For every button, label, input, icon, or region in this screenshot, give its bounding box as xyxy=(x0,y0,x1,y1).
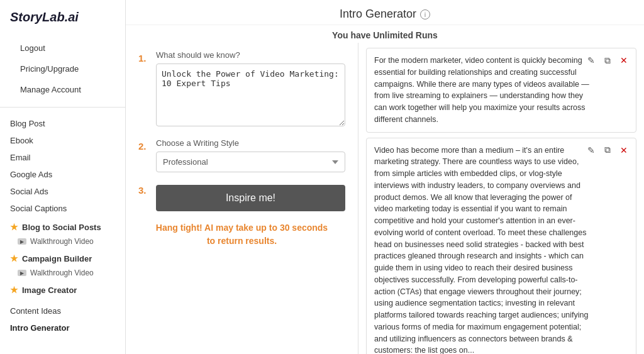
blog-post-link[interactable]: Blog Post xyxy=(0,115,125,132)
star-icon-campaign: ★ xyxy=(10,253,18,263)
card-copy-button-1[interactable]: ⧉ xyxy=(601,53,614,67)
writing-style-select[interactable]: ProfessionalCasualFormalCreativePersuasi… xyxy=(156,152,345,172)
result-text-2: Video has become more than a medium – it… xyxy=(374,146,588,355)
step1-label: What should we know? xyxy=(156,50,345,60)
step2-content: Choose a Writing Style ProfessionalCasua… xyxy=(156,138,345,172)
video-icon-2: ▶ xyxy=(18,270,26,276)
sidebar: StoryLab.ai Logout Pricing/Upgrade Manag… xyxy=(0,0,126,354)
social-ads-link[interactable]: Social Ads xyxy=(0,183,125,200)
step3-number: 3. xyxy=(138,185,150,196)
card-close-button-1[interactable]: ✕ xyxy=(617,53,631,67)
video-icon-1: ▶ xyxy=(18,238,26,245)
nav-top: Logout Pricing/Upgrade Manage Account xyxy=(0,35,125,108)
step3-row: 3. Inspire me! xyxy=(138,182,345,211)
content-area: 1. What should we know? Unlock the Power… xyxy=(126,43,644,354)
right-panel: For the modern marketer, video content i… xyxy=(358,43,644,354)
content-ideas-link[interactable]: Content Ideas xyxy=(0,302,125,319)
step1-number: 1. xyxy=(138,53,150,64)
email-link[interactable]: Email xyxy=(0,149,125,166)
step1-content: What should we know? Unlock the Power of… xyxy=(156,50,345,128)
logout-link[interactable]: Logout xyxy=(10,40,115,57)
step2-row: 2. Choose a Writing Style ProfessionalCa… xyxy=(138,138,345,172)
result-text-1: For the modern marketer, video content i… xyxy=(374,56,589,124)
card-actions-2: ✎⧉✕ xyxy=(584,143,631,157)
intro-generator-link[interactable]: Intro Generator xyxy=(0,319,125,336)
social-captions-link[interactable]: Social Captions xyxy=(0,200,125,217)
result-card-2: Video has become more than a medium – it… xyxy=(366,138,636,355)
image-creator-section: ★ Image Creator xyxy=(0,280,125,297)
card-edit-button-2[interactable]: ✎ xyxy=(584,143,598,157)
main: Intro Generator i You have Unlimited Run… xyxy=(126,0,644,354)
step1-row: 1. What should we know? Unlock the Power… xyxy=(138,50,345,128)
logo: StoryLab.ai xyxy=(0,10,125,35)
step2-label: Choose a Writing Style xyxy=(156,138,345,148)
step2-number: 2. xyxy=(138,141,150,152)
card-close-button-2[interactable]: ✕ xyxy=(617,143,631,157)
manage-account-link[interactable]: Manage Account xyxy=(10,81,115,98)
card-edit-button-1[interactable]: ✎ xyxy=(584,53,598,67)
campaign-walkthrough-link[interactable]: ▶ Walkthrough Video xyxy=(0,266,125,280)
card-copy-button-2[interactable]: ⧉ xyxy=(601,143,614,157)
star-icon-blog: ★ xyxy=(10,222,18,232)
google-ads-link[interactable]: Google Ads xyxy=(0,166,125,183)
card-actions-1: ✎⧉✕ xyxy=(584,53,631,67)
step1-textarea[interactable]: Unlock the Power of Video Marketing: 10 … xyxy=(156,64,345,126)
blog-to-social-section: ★ Blog to Social Posts xyxy=(0,217,125,235)
result-card-1: For the modern marketer, video content i… xyxy=(366,48,636,133)
blog-social-walkthrough-link[interactable]: ▶ Walkthrough Video xyxy=(0,235,125,248)
inspire-button[interactable]: Inspire me! xyxy=(156,185,345,211)
star-icon-image: ★ xyxy=(10,285,18,295)
step3-content: Inspire me! xyxy=(156,182,345,211)
info-icon[interactable]: i xyxy=(420,9,430,19)
ebook-link[interactable]: Ebook xyxy=(0,132,125,149)
unlimited-banner: You have Unlimited Runs xyxy=(126,25,644,43)
pricing-link[interactable]: Pricing/Upgrade xyxy=(10,60,115,77)
page-header: Intro Generator i xyxy=(126,0,644,25)
waiting-message: Hang tight! AI may take up to 30 seconds… xyxy=(138,221,345,248)
left-panel: 1. What should we know? Unlock the Power… xyxy=(126,43,358,354)
campaign-builder-section: ★ Campaign Builder xyxy=(0,248,125,266)
page-title: Intro Generator i xyxy=(340,8,430,21)
